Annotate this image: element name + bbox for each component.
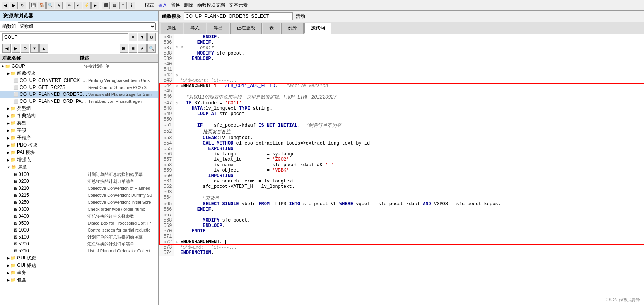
code-content-566[interactable]: ENDIF. — [179, 207, 644, 212]
tree-item-0250[interactable]: 🖥 0250 Collective Conversion: Initial Sc… — [0, 199, 158, 206]
code-content-553[interactable]: CLEAR:lv_longtext. — [179, 135, 644, 141]
up-btn[interactable]: ▲ — [39, 44, 48, 53]
code-content-547[interactable]: IF SY-tcode = 'CO11'. — [179, 101, 644, 106]
code-content-545[interactable] — [179, 89, 644, 94]
tree-item-gui-标题[interactable]: ▶ 📁 GUI 标题 — [0, 262, 158, 269]
tab-属性[interactable]: 属性 — [161, 23, 183, 34]
code-content-548[interactable]: DATA:lv_longtext TYPE string. — [179, 106, 644, 111]
print-btn[interactable]: 🖨 — [55, 2, 63, 9]
code-content-574[interactable]: ENDFUNCTION. — [179, 250, 644, 256]
tree-item-0215[interactable]: 🖥 0215 Collective Conversion: Dummy Su — [0, 192, 158, 199]
tree-item-增强点[interactable]: ▶ 📁 增强点 — [0, 156, 158, 164]
search2-btn[interactable]: 🔍 — [147, 44, 156, 53]
code-content-540[interactable] — [179, 61, 644, 67]
tab-例外[interactable]: 例外 — [281, 23, 304, 34]
edit-btn[interactable]: ✏ — [66, 2, 73, 9]
tree-item-5200[interactable]: 🖥 5200 汇总转换的计划订单清单 — [0, 240, 158, 247]
tree-item-pai-模块[interactable]: ▶ 📁 PAI 模块 — [0, 149, 158, 156]
code-content-550[interactable] — [179, 117, 644, 122]
tab-表[interactable]: 表 — [263, 23, 280, 34]
tab-正在更改[interactable]: 正在更改 — [230, 23, 262, 34]
code-content-536[interactable]: ENDIF. — [179, 40, 644, 45]
tree-item-0400[interactable]: 🖥 0400 汇总转换的订单选择参数 — [0, 213, 158, 220]
back-btn[interactable]: ◀ — [2, 2, 9, 9]
list-btn[interactable]: ≡ — [119, 2, 127, 9]
code-content-556[interactable]: iv_langu = sy-langu — [179, 152, 644, 157]
dropdown-btn[interactable]: ▼ — [138, 33, 147, 41]
tree-item-co_up_convert_check_avail[interactable]: ⬜ CO_UP_CONVERT_CHECK_AVAIL Prüfung Verf… — [0, 77, 158, 84]
tab-源代码[interactable]: 源代码 — [304, 23, 331, 34]
pattern-btn[interactable]: ⬛ — [102, 2, 110, 9]
tree-item-屏幕[interactable]: ▼ 📂 屏幕 — [0, 164, 158, 171]
block-btn[interactable]: ▦ — [111, 2, 118, 9]
code-content-560[interactable]: IMPORTING — [179, 173, 644, 179]
tree-item-1000[interactable]: 🖥 1000 Control screen for partial reduct… — [0, 227, 158, 233]
tree-item-5100[interactable]: 🖥 5100 计划订单的汇总转换初始屏幕 — [0, 233, 158, 240]
forward-btn[interactable]: ▶ — [10, 2, 18, 9]
collapse-btn[interactable]: ⊟ — [129, 44, 137, 53]
tree-item-gui-状态[interactable]: ▶ 📁 GUI 状态 — [0, 254, 158, 262]
tree-item-coup[interactable]: ▶ 📁 COUP 转换计划订单 — [0, 63, 158, 70]
code-content-542[interactable]: - - - - - - - - - - - - - - - - - - - - … — [179, 72, 644, 78]
tree-item-pbo-模块[interactable]: ▶ 📁 PBO 模块 — [0, 141, 158, 149]
code-content-552[interactable]: 拾买发货备注 — [179, 129, 644, 135]
obj-btn2[interactable]: ▶ — [12, 44, 20, 53]
code-content-551[interactable]: IF sfc_pocot-kdauf IS NOT INITIAL. "销售订单… — [179, 122, 644, 129]
code-content-546[interactable]: "对CO11的报表中添加字段，这里是赋值逻辑。FROM LIMF 2022209… — [179, 94, 644, 101]
code-content-544[interactable]: ENHANCEMENT 1 ZEH_CO11_ADD_FEILD. "activ… — [179, 83, 644, 89]
tree-item-子程序[interactable]: ▶ 📁 子程序 — [0, 134, 158, 141]
code-content-562[interactable]: sfc_pocot-VATEXT_H = lv_longtext. — [179, 184, 644, 189]
code-content-541[interactable] — [179, 67, 644, 72]
info-btn[interactable]: ℹ — [128, 2, 135, 9]
code-content-570[interactable]: ENDIF. — [179, 228, 644, 234]
code-content-549[interactable]: LOOP AT sfc_pocot. — [179, 111, 644, 117]
code-content-535[interactable]: ENDIF. — [179, 34, 644, 40]
code-content-561[interactable]: ev_search_terms = lv_longtext. — [179, 179, 644, 184]
clear-search-btn[interactable]: ✕ — [129, 33, 137, 41]
code-content-568[interactable]: MODIFY sfc_pocot. — [179, 218, 644, 223]
code-content-564[interactable]: "交货单 — [179, 195, 644, 201]
tree-item-0500[interactable]: 🖥 0500 Dialog Box for Processing Sort Pr — [0, 220, 158, 227]
tree-item-co_up_planned_orders_select[interactable]: ⬜ CO_UP_PLANNED_ORDERS_SELECT Vorauswahl… — [0, 91, 158, 98]
tree-item-类型组[interactable]: ▶ 📁 类型组 — [0, 105, 158, 112]
code-area[interactable]: 535 ENDIF.536 ENDIF.537** endif.538 MODI… — [159, 34, 644, 305]
tab-导出[interactable]: 导出 — [207, 23, 229, 34]
find-btn[interactable]: 🔍 — [46, 2, 54, 9]
tree-item-5210[interactable]: 🖥 5210 List of Planned Orders for Collec… — [0, 247, 158, 254]
code-content-555[interactable]: EXPORTING — [179, 146, 644, 152]
tree-item-co_up_planned_ord_partial_conv[interactable]: ⬜ CO_UP_PLANNED_ORD_PARTIAL_CONV Teilabb… — [0, 98, 158, 105]
tree-item-0100[interactable]: 🖥 0100 计划订单的汇总转换初始屏幕 — [0, 171, 158, 178]
home-btn[interactable]: 🏠 — [38, 2, 46, 9]
tree-content[interactable]: ▶ 📁 COUP 转换计划订单 ▶ 📁 函数模块 ⬜ CO_UP_CONVERT… — [0, 63, 158, 305]
test-btn[interactable]: ▶ — [91, 2, 99, 9]
refresh-btn[interactable]: ⟳ — [19, 2, 26, 9]
tree-item-0200[interactable]: 🖥 0200 汇总转换的计划订单清单 — [0, 178, 158, 185]
func-group-select[interactable]: 函数组 — [18, 22, 156, 30]
tree-item-co_up_get_rc27s[interactable]: ⬜ CO_UP_GET_RC27S Read Control Structure… — [0, 84, 158, 91]
code-content-572[interactable]: ENDENHANCEMENT. — [179, 239, 644, 245]
obj-btn3[interactable]: ⟳ — [21, 44, 29, 53]
code-content-563[interactable] — [179, 189, 644, 195]
tree-item-0210[interactable]: 🖥 0210 Collective Conversion of Planned — [0, 185, 158, 192]
code-content-571[interactable] — [179, 234, 644, 239]
tree-item-包含[interactable]: ▶ 📁 包含 — [0, 276, 158, 284]
tree-item-类型[interactable]: ▶ 📁 类型 — [0, 119, 158, 127]
star-btn[interactable]: ★ — [138, 44, 147, 53]
search-input[interactable]: COUP — [2, 33, 128, 41]
activate-btn[interactable]: ⚡ — [83, 2, 91, 9]
code-content-538[interactable]: MODIFY sfc_pocot. — [179, 51, 644, 56]
code-content-543[interactable]: *$*$-Start: (1)----... — [179, 78, 644, 83]
expand-btn[interactable]: ⊞ — [120, 44, 128, 53]
code-content-559[interactable]: iv_object = 'VBBK' — [179, 168, 644, 173]
tree-item-字典结构[interactable]: ▶ 📁 字典结构 — [0, 112, 158, 119]
save-btn[interactable]: 💾 — [29, 2, 37, 9]
tree-item-函数模块[interactable]: ▶ 📁 函数模块 — [0, 70, 158, 77]
code-content-539[interactable]: ENDLOOP. — [179, 56, 644, 61]
tree-item-0300[interactable]: 🖥 0300 Check order type / order numb — [0, 206, 158, 213]
code-content-557[interactable]: iv_text_id = 'Z002' — [179, 157, 644, 162]
code-content-554[interactable]: CALL METHOD cl_eso_extraction_tools=>ext… — [179, 141, 644, 146]
tree-item-字段[interactable]: ▶ 📁 字段 — [0, 127, 158, 134]
settings-btn[interactable]: ⚙ — [147, 33, 156, 41]
code-content-567[interactable] — [179, 212, 644, 218]
code-content-537[interactable]: * endif. — [179, 45, 644, 51]
